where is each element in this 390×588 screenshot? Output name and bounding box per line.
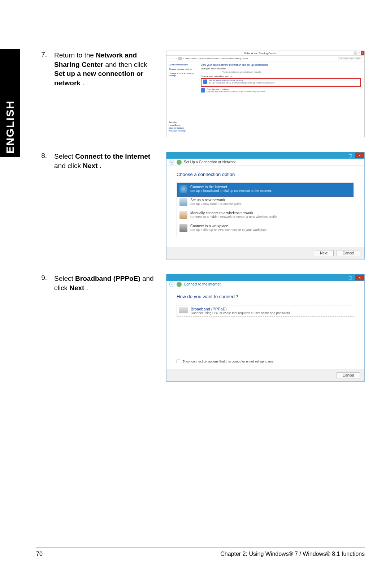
chapter-title: Chapter 2: Using Windows® 7 / Windows® 8…	[220, 551, 365, 557]
t: Broadband (PPPoE)	[75, 275, 140, 282]
window-titlebar: Network and Sharing Center – ▢ ×	[166, 51, 364, 56]
main-panel: View your basic network information and …	[197, 61, 364, 137]
t: .	[100, 162, 101, 169]
item-desc: Diagnose and repair network problems, or…	[207, 90, 266, 93]
window-title: Connect to the Internet	[184, 282, 221, 286]
back-icon[interactable]: ←	[169, 57, 171, 60]
globe-icon	[177, 282, 182, 287]
minimize-button[interactable]: –	[336, 153, 346, 158]
step-number: 7.	[36, 51, 47, 59]
wifi-icon	[179, 211, 187, 219]
troubleshoot-item[interactable]: Troubleshoot problems Diagnose and repai…	[201, 88, 361, 93]
step-number: 9.	[36, 274, 47, 282]
maximize-button[interactable]: ▢	[346, 153, 355, 158]
main-header: View your basic network information and …	[201, 64, 361, 66]
see-also-link[interactable]: Internet Options	[169, 127, 186, 129]
back-button[interactable]: ←	[169, 282, 174, 287]
cancel-button[interactable]: Cancel	[337, 250, 360, 256]
window-controls: – ▢ ×	[354, 51, 364, 55]
minimize-button[interactable]: –	[336, 275, 346, 280]
checkbox-icon	[177, 360, 180, 363]
t: Return to the	[54, 51, 96, 59]
sidebar: Control Panel Home Change adapter settin…	[166, 61, 197, 137]
option-desc: Connect to a hidden network or create a …	[190, 215, 278, 219]
window-header: ← Connect to the Internet	[166, 281, 364, 288]
screenshot-setup-connection: – ▢ × ← Set Up a Connection or Network C…	[166, 152, 365, 259]
active-networks-label: View your active networks	[201, 68, 361, 70]
close-button[interactable]: ×	[355, 153, 364, 158]
briefcase-icon	[179, 224, 187, 232]
screenshot-network-sharing-center: Network and Sharing Center – ▢ × ← → ↑ C…	[166, 51, 365, 137]
checkbox-label: Show connection options that this comput…	[182, 360, 273, 363]
minimize-button[interactable]: –	[354, 51, 357, 55]
see-also-link[interactable]: HomeGroup	[169, 124, 186, 126]
window-title: Network and Sharing Center	[166, 52, 354, 55]
see-also: See also HomeGroup Internet Options Wind…	[169, 121, 186, 133]
option-list: Connect to the Internet Set up a broadba…	[177, 182, 354, 237]
network-icon	[203, 80, 207, 84]
up-icon[interactable]: ↑	[176, 57, 177, 60]
control-panel-icon	[178, 57, 182, 60]
option-desc: Set up a dial-up or VPN connection to yo…	[190, 228, 268, 232]
close-button[interactable]: ×	[355, 275, 364, 280]
sidebar-link[interactable]: Change adapter settings	[169, 68, 195, 70]
dialog-footer: Next Cancel	[166, 247, 364, 259]
option-desc: Set up a new router or access point.	[190, 202, 242, 206]
step-text: Select Broadband (PPPoE) and click Next …	[54, 274, 159, 292]
option-setup-new-network[interactable]: Set up a new network Set up a new router…	[178, 197, 353, 210]
troubleshoot-icon	[201, 88, 205, 93]
t: Select	[54, 153, 75, 160]
forward-icon[interactable]: →	[172, 57, 174, 60]
t: .	[82, 79, 84, 87]
option-manual-wireless[interactable]: Manually connect to a wireless network C…	[178, 210, 353, 223]
maximize-button[interactable]: ▢	[346, 275, 355, 280]
sidebar-link[interactable]: Control Panel Home	[169, 64, 195, 66]
option-title: Broadband (PPPoE)	[191, 307, 291, 311]
active-networks-note: You are currently not connected to any n…	[222, 71, 361, 73]
next-button[interactable]: Next	[314, 250, 334, 256]
step-text: Return to the Network and Sharing Center…	[54, 51, 159, 88]
screenshot-connect-internet: – ▢ × ← Connect to the Internet How do y…	[166, 274, 365, 382]
page-footer: 70 Chapter 2: Using Windows® 7 / Windows…	[36, 548, 365, 557]
step-7: 7. Return to the Network and Sharing Cen…	[36, 51, 365, 137]
step-text: Select Connect to the Internet and click…	[54, 152, 159, 170]
breadcrumb[interactable]: Control Panel › Network and Internet › N…	[183, 57, 248, 60]
search-input[interactable]: Search Control Panel	[338, 57, 362, 60]
see-also-header: See also	[169, 121, 186, 123]
window-header: ← Set Up a Connection or Network	[166, 159, 364, 166]
show-options-checkbox[interactable]: Show connection options that this comput…	[177, 360, 273, 363]
t: and click	[54, 162, 83, 169]
see-also-link[interactable]: Windows Firewall	[169, 130, 186, 132]
option-broadband-pppoe[interactable]: Broadband (PPPoE) Connect using DSL or c…	[177, 305, 354, 317]
close-button[interactable]: ×	[361, 51, 364, 55]
language-tab: ENGLISH	[0, 49, 20, 157]
t: Select	[54, 275, 75, 282]
maximize-button[interactable]: ▢	[357, 51, 361, 55]
cancel-button[interactable]: Cancel	[337, 372, 360, 378]
step-number: 8.	[36, 152, 47, 160]
change-settings-header: Change your networking settings	[201, 75, 361, 77]
address-bar: ← → ↑ Control Panel › Network and Intern…	[166, 56, 364, 61]
t: Connect to the Internet	[75, 153, 150, 160]
page-content: 7. Return to the Network and Sharing Cen…	[36, 51, 365, 396]
t: and then click	[105, 61, 147, 68]
dialog-footer: Cancel	[166, 369, 364, 381]
option-title: Connect to a workplace	[190, 224, 268, 228]
option-desc: Set up a broadband or dial-up connection…	[190, 189, 272, 193]
back-button[interactable]: ←	[169, 160, 174, 165]
option-title: Manually connect to a wireless network	[190, 211, 278, 215]
question-text: How do you want to connect?	[177, 294, 354, 299]
option-connect-workplace[interactable]: Connect to a workplace Set up a dial-up …	[178, 223, 353, 236]
setup-new-connection-item[interactable]: Set up a new connection or network Set u…	[203, 80, 359, 84]
window-titlebar: – ▢ ×	[166, 152, 364, 159]
option-desc: Connect using DSL or cable that requires…	[191, 311, 291, 315]
option-connect-internet[interactable]: Connect to the Internet Set up a broadba…	[177, 183, 354, 197]
router-icon	[179, 198, 187, 206]
page-number: 70	[36, 551, 43, 557]
globe-icon	[179, 185, 187, 193]
sidebar-link[interactable]: Change advanced sharing settings	[169, 72, 195, 77]
t: .	[86, 284, 88, 292]
t: Next	[83, 162, 98, 169]
t: Set up a new connection or network	[54, 70, 143, 87]
t: Next	[69, 284, 84, 292]
